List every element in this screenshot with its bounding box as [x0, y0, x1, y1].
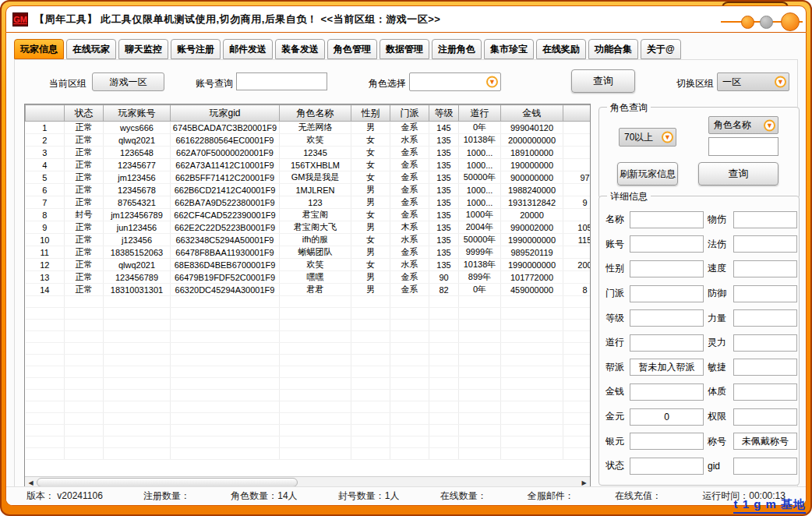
table-cell: 欢笑 — [280, 259, 351, 271]
detail-field-value[interactable] — [630, 458, 704, 475]
table-cell: 990002000 — [501, 221, 563, 234]
query-button[interactable]: 查询 — [571, 69, 635, 93]
detail-field-value[interactable] — [733, 334, 797, 352]
table-cell: 662A73A11412C10001F9 — [171, 159, 280, 171]
table-cell: j123456 — [104, 234, 171, 246]
table-empty-row — [26, 448, 591, 460]
column-header[interactable]: 玩家账号 — [104, 105, 171, 122]
detail-field-value[interactable] — [733, 458, 797, 475]
detail-field-value[interactable] — [733, 211, 797, 228]
tab-item[interactable]: 注册角色 — [432, 39, 482, 59]
column-header[interactable]: 玩家gid — [171, 105, 280, 122]
detail-field-value[interactable] — [733, 359, 797, 376]
table-cell: 男 — [351, 284, 390, 296]
detail-info-title: 详细信息 — [607, 190, 651, 203]
table-row[interactable]: 5正常jm123456662B5FF71412C20001F9GM我是我是女金系… — [26, 171, 591, 184]
table-row[interactable]: 12正常qlwq202168E836D4BEB6700001F9欢笑女水系135… — [26, 259, 591, 271]
table-row[interactable]: 13正常12345678966479B19FDF52C0001F9嘿嘿男金系90… — [26, 271, 591, 284]
account-query-input[interactable] — [236, 72, 327, 90]
detail-field-value[interactable]: 暂未加入帮派 — [630, 359, 704, 376]
tab-item[interactable]: 角色管理 — [327, 39, 377, 59]
role-search-input[interactable] — [708, 137, 778, 156]
column-header[interactable]: 角色名称 — [280, 105, 351, 122]
table-row[interactable]: 7正常87654321662BA7A9D522380001F9123男金系135… — [26, 196, 591, 209]
detail-field-value[interactable] — [630, 260, 704, 277]
table-row[interactable]: 14正常1831003130166320DC45294A30001F9君君男金系… — [26, 284, 591, 296]
table-row[interactable]: 6正常12345678662B6CD21412C40001F91MJLREN男金… — [26, 184, 591, 196]
tab-item[interactable]: 邮件发送 — [223, 39, 273, 59]
column-header[interactable]: 性别 — [351, 105, 390, 122]
tab-item[interactable]: 账号注册 — [171, 39, 221, 59]
tab-item[interactable]: 装备发送 — [275, 39, 325, 59]
detail-field-value[interactable] — [733, 408, 797, 426]
column-header[interactable] — [26, 105, 65, 122]
detail-field-value[interactable] — [733, 235, 797, 253]
detail-field-value[interactable] — [733, 260, 797, 277]
detail-field-value[interactable] — [733, 285, 797, 302]
detail-field-value[interactable] — [630, 433, 704, 450]
table-row[interactable]: 4正常12345677662A73A11412C10001F9156TXHBLM… — [26, 159, 591, 171]
tab-item[interactable]: 在线奖励 — [536, 39, 586, 59]
chevron-down-icon[interactable]: ▼ — [486, 76, 498, 88]
query-type-dropdown[interactable]: 角色名称 ▼ — [708, 116, 778, 134]
detail-field-value[interactable]: 0 — [630, 408, 704, 426]
table-cell: 8 — [563, 284, 591, 296]
close-button[interactable] — [781, 12, 800, 31]
refresh-players-button[interactable]: 刷新玩家信息 — [617, 162, 678, 186]
maximize-button[interactable] — [760, 16, 773, 29]
table-cell: 金系 — [390, 147, 429, 159]
column-header[interactable]: 道行 — [459, 105, 501, 122]
table-cell: 1988240000 — [501, 184, 563, 196]
table-cell: 1990000000 — [501, 234, 563, 246]
table-cell: 4 — [26, 159, 65, 171]
table-row[interactable]: 8封号jm123456789662CF4CAD522390001F9君宝阁女金系… — [26, 209, 591, 221]
tab-item[interactable]: 在线玩家 — [66, 39, 116, 59]
table-cell — [26, 425, 65, 436]
column-header[interactable]: 金钱 — [501, 105, 563, 122]
table-cell — [501, 355, 563, 366]
detail-field-value[interactable] — [630, 334, 704, 352]
chevron-down-icon[interactable]: ▼ — [775, 76, 786, 88]
table-cell — [563, 271, 591, 284]
table-row[interactable]: 10正常j1234566632348C5294A50001F9ifh的服女水系1… — [26, 234, 591, 246]
tab-item[interactable]: 聊天监控 — [118, 39, 168, 59]
column-header[interactable]: 等级 — [429, 105, 459, 122]
table-cell: GM我是我是 — [280, 171, 351, 184]
table-row[interactable]: 11正常1838515206366478F8BAA11930001F9蜥蜴团队男… — [26, 246, 591, 259]
table-row[interactable]: 3正常1236548662A70F50000020001F912345女金系13… — [26, 147, 591, 159]
chevron-down-icon[interactable]: ▼ — [764, 119, 775, 131]
table-row[interactable]: 2正常qlwq2021661622880564EC0001F9欢笑女水系1351… — [26, 134, 591, 147]
detail-grid: 名称物伤账号法伤性别速度门派防御等级力量道行灵力帮派暂未加入帮派敏捷金钱体质金元… — [599, 196, 799, 479]
table-cell: jm123456789 — [104, 209, 171, 221]
minimize-button[interactable] — [741, 16, 754, 29]
column-header[interactable] — [563, 105, 591, 122]
table-row[interactable]: 1正常wycs6666745BCADA7C3B20001F9无恙网络男金系145… — [26, 122, 591, 134]
detail-field-value[interactable] — [630, 383, 704, 401]
detail-field-value[interactable] — [733, 309, 797, 327]
role-select-dropdown[interactable]: ▼ — [409, 72, 501, 91]
column-header[interactable]: 状态 — [65, 105, 104, 122]
table-cell — [459, 320, 501, 331]
tab-item[interactable]: 关于@ — [641, 39, 681, 59]
watermark: t 1 g m 基地 — [733, 497, 806, 514]
chevron-down-icon[interactable]: ▼ — [662, 132, 673, 143]
switch-region-dropdown[interactable]: 一区 ▼ — [717, 72, 789, 91]
tab-item[interactable]: 功能合集 — [588, 39, 638, 59]
table-cell: 水系 — [390, 259, 429, 271]
table-row[interactable]: 9正常jun123456662E2C22D5223B0001F9君宝阁大飞男木系… — [26, 221, 591, 234]
column-header[interactable]: 门派 — [390, 105, 429, 122]
detail-field-value[interactable]: 未佩戴称号 — [733, 433, 797, 450]
detail-field-value[interactable] — [630, 309, 704, 327]
tab-item[interactable]: 玩家信息 — [14, 39, 64, 59]
detail-field-value[interactable] — [630, 211, 704, 228]
role-query-button[interactable]: 查询 — [698, 162, 778, 186]
detail-field-value[interactable] — [630, 235, 704, 253]
tab-item[interactable]: 数据管理 — [380, 39, 429, 59]
detail-field-value[interactable] — [630, 285, 704, 302]
detail-field-value[interactable] — [733, 383, 797, 401]
level-filter-dropdown[interactable]: 70以上 ▼ — [619, 128, 676, 147]
table-cell: 900000000 — [501, 171, 563, 184]
tab-item[interactable]: 集市珍宝 — [484, 39, 534, 59]
table-cell — [26, 436, 65, 448]
region-group-value[interactable]: 游戏一区 — [92, 72, 164, 91]
